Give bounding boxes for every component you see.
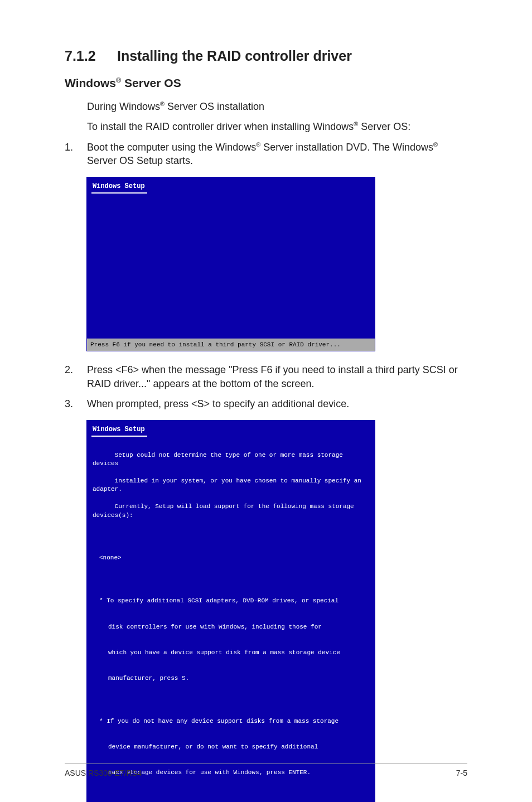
step-number: 2.: [65, 363, 87, 390]
footer-left: ASUS RS300-E7/RS4: [65, 769, 142, 777]
window-title: Windows Setup: [91, 424, 147, 437]
list-item: 3. When prompted, press <S> to specify a…: [65, 397, 467, 410]
registered-mark: ®: [433, 141, 438, 148]
text: Boot the computer using the Windows: [87, 142, 256, 153]
step-text: Boot the computer using the Windows® Ser…: [87, 141, 467, 168]
subheading-post: Server OS: [121, 76, 181, 89]
text: Server OS:: [358, 121, 410, 132]
screenshot-windows-setup-2: Windows Setup Setup could not determine …: [87, 421, 375, 802]
step-number: 3.: [65, 397, 87, 410]
heading-title: Installing the RAID controller driver: [117, 48, 352, 64]
registered-mark: ®: [354, 120, 358, 127]
registered-mark: ®: [160, 100, 165, 107]
window-title: Windows Setup: [91, 181, 147, 194]
registered-mark: ®: [116, 76, 121, 84]
text: Server OS Setup starts.: [87, 155, 193, 166]
step-number: 1.: [65, 141, 87, 168]
window-body: Setup could not determine the type of on…: [87, 437, 375, 802]
text-line: device manufacturer, or do not want to s…: [108, 743, 369, 751]
window-title-row: Windows Setup: [87, 177, 375, 194]
step-text: Press <F6> when the message "Press F6 if…: [87, 363, 467, 390]
text-line: manufacturer, press S.: [108, 674, 369, 683]
text-line: installed in your system, or you have ch…: [93, 477, 365, 492]
status-bar: Press F6 if you need to install a third …: [87, 339, 375, 351]
heading-number: 7.1.2: [65, 48, 117, 64]
subheading-pre: Windows: [65, 76, 116, 89]
window-body: [87, 194, 375, 339]
subheading: Windows® Server OS: [65, 76, 467, 90]
section-heading: 7.1.2 Installing the RAID controller dri…: [65, 48, 467, 64]
text-line: * To specify additional SCSI adapters, D…: [99, 597, 369, 605]
paragraph: During Windows® Server OS installation: [87, 100, 467, 113]
registered-mark: ®: [256, 141, 260, 148]
text: To install the RAID controller driver wh…: [87, 121, 354, 132]
text-line: Currently, Setup will load support for t…: [93, 503, 357, 518]
list-item: 1. Boot the computer using the Windows® …: [65, 141, 467, 168]
paragraph: To install the RAID controller driver wh…: [87, 120, 467, 133]
screenshot-windows-setup-1: Windows Setup Press F6 if you need to in…: [87, 177, 375, 351]
text-line: Setup could not determine the type of on…: [93, 452, 347, 467]
text: During Windows: [87, 101, 160, 112]
text-line: * If you do not have any device support …: [99, 717, 369, 726]
text: Server OS installation: [165, 101, 264, 112]
text-line: disk controllers for use with Windows, i…: [108, 623, 369, 631]
step-text: When prompted, press <S> to specify an a…: [87, 397, 467, 410]
text: Server installation DVD. The Windows: [260, 142, 433, 153]
footer-right: 7-5: [456, 769, 467, 777]
text-line: <none>: [99, 554, 369, 562]
list-item: 2. Press <F6> when the message "Press F6…: [65, 363, 467, 390]
page-footer: ASUS RS300-E7/RS4 7-5: [65, 764, 467, 777]
window-title-row: Windows Setup: [87, 421, 375, 437]
text-line: which you have a device support disk fro…: [108, 649, 369, 657]
